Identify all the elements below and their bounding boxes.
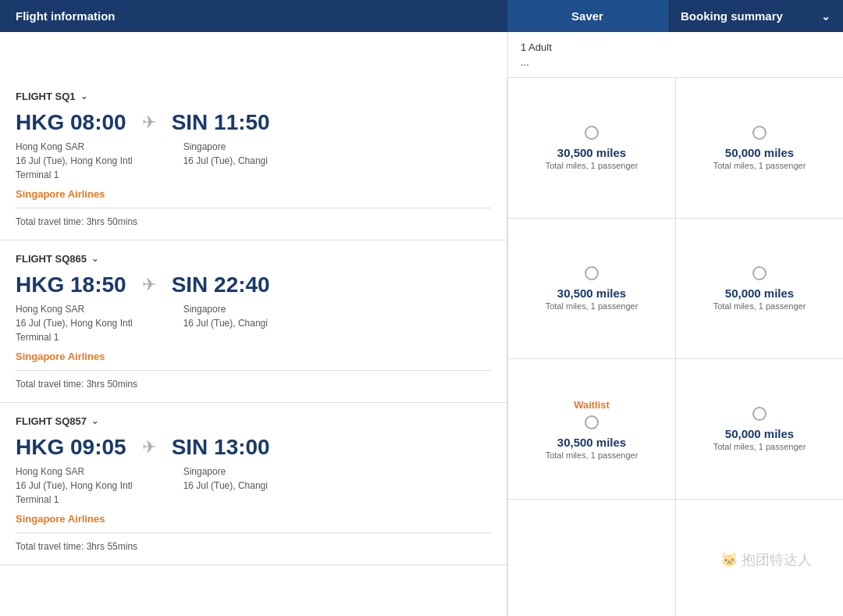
flight-times-sq857: HKG 09:05 ✈ SIN 13:00 bbox=[16, 435, 491, 460]
flight-list: FLIGHT SQ1 ⌄ HKG 08:00 ✈ SIN 11:50 Hong … bbox=[0, 78, 507, 616]
airline-sq1: Singapore Airlines bbox=[16, 188, 491, 200]
spacer bbox=[0, 32, 507, 78]
travel-time-sq865: Total travel time: 3hrs 50mins bbox=[16, 379, 491, 390]
saver-header: Saver bbox=[507, 0, 667, 32]
option-cell-sq857-1[interactable]: Waitlist 30,500 miles Total miles, 1 pas… bbox=[508, 359, 675, 500]
booking-summary-label: Booking summary bbox=[681, 9, 783, 23]
chevron-down-icon: ⌄ bbox=[821, 10, 831, 23]
option-cell-sq857-2[interactable]: 50,000 miles Total miles, 1 passenger bbox=[676, 359, 843, 500]
flight-id-sq1[interactable]: FLIGHT SQ1 ⌄ bbox=[16, 91, 491, 102]
adult-count: 1 Adult bbox=[521, 41, 831, 53]
radio-sq857-2[interactable] bbox=[752, 407, 767, 421]
page-wrapper: Flight information Saver Booking summary… bbox=[0, 0, 843, 616]
miles-value-sq865-1: 30,500 miles bbox=[557, 287, 626, 300]
flight-info-header: Flight information bbox=[0, 0, 507, 32]
origin-time-sq1: HKG 08:00 bbox=[16, 110, 126, 135]
airline-sq857: Singapore Airlines bbox=[16, 513, 491, 525]
dest-info-sq1: Singapore 16 Jul (Tue), Changi bbox=[183, 140, 268, 168]
miles-value-sq857-1: 30,500 miles bbox=[557, 436, 626, 449]
option-cell-sq865-1[interactable]: 30,500 miles Total miles, 1 passenger bbox=[508, 219, 675, 359]
option-col-1: 30,500 miles Total miles, 1 passenger 30… bbox=[507, 78, 675, 616]
origin-info-sq1: Hong Kong SAR 16 Jul (Tue), Hong Kong In… bbox=[16, 140, 133, 182]
miles-label-sq857-2: Total miles, 1 passenger bbox=[713, 442, 806, 451]
plane-icon-sq857: ✈ bbox=[142, 437, 156, 458]
dest-info-sq857: Singapore 16 Jul (Tue), Changi bbox=[183, 465, 268, 493]
airline-sq865: Singapore Airlines bbox=[16, 351, 491, 362]
flight-times-sq865: HKG 18:50 ✈ SIN 22:40 bbox=[16, 272, 491, 297]
locations-sq1: Hong Kong SAR 16 Jul (Tue), Hong Kong In… bbox=[16, 140, 491, 182]
miles-value-sq1-2: 50,000 miles bbox=[725, 146, 794, 159]
origin-info-sq857: Hong Kong SAR 16 Jul (Tue), Hong Kong In… bbox=[16, 465, 133, 507]
miles-value-sq857-2: 50,000 miles bbox=[725, 427, 794, 440]
miles-label-sq865-2: Total miles, 1 passenger bbox=[713, 301, 806, 311]
booking-summary-header[interactable]: Booking summary ⌄ bbox=[667, 0, 843, 32]
radio-sq1-1[interactable] bbox=[585, 126, 599, 140]
dest-time-sq1: SIN 11:50 bbox=[172, 110, 270, 135]
booking-summary-content: 1 Adult ... bbox=[507, 32, 843, 78]
flight-segment-sq865: FLIGHT SQ865 ⌄ HKG 18:50 ✈ SIN 22:40 Hon… bbox=[0, 240, 507, 403]
radio-sq865-1[interactable] bbox=[585, 266, 599, 280]
chevron-icon-sq1: ⌄ bbox=[80, 91, 87, 101]
chevron-icon-sq857: ⌄ bbox=[91, 416, 98, 426]
locations-sq857: Hong Kong SAR 16 Jul (Tue), Hong Kong In… bbox=[16, 465, 491, 507]
option-cell-sq865-2[interactable]: 50,000 miles Total miles, 1 passenger bbox=[676, 219, 843, 359]
booking-summary-sub-row: 1 Adult ... bbox=[0, 32, 843, 78]
flight-times-sq1: HKG 08:00 ✈ SIN 11:50 bbox=[16, 110, 491, 135]
option-col-2: 50,000 miles Total miles, 1 passenger 50… bbox=[675, 78, 843, 616]
main-content: FLIGHT SQ1 ⌄ HKG 08:00 ✈ SIN 11:50 Hong … bbox=[0, 78, 843, 616]
summary-dots: ... bbox=[521, 56, 831, 68]
header-row: Flight information Saver Booking summary… bbox=[0, 0, 843, 32]
travel-time-sq857: Total travel time: 3hrs 55mins bbox=[16, 541, 491, 552]
flight-segment-sq1: FLIGHT SQ1 ⌄ HKG 08:00 ✈ SIN 11:50 Hong … bbox=[0, 78, 507, 240]
dest-time-sq865: SIN 22:40 bbox=[172, 272, 270, 297]
plane-icon-sq865: ✈ bbox=[142, 275, 156, 295]
locations-sq865: Hong Kong SAR 16 Jul (Tue), Hong Kong In… bbox=[16, 302, 491, 344]
origin-info-sq865: Hong Kong SAR 16 Jul (Tue), Hong Kong In… bbox=[16, 302, 133, 344]
origin-time-sq865: HKG 18:50 bbox=[16, 272, 126, 297]
option-cell-sq1-2[interactable]: 50,000 miles Total miles, 1 passenger bbox=[676, 78, 843, 219]
miles-value-sq865-2: 50,000 miles bbox=[725, 287, 794, 300]
flight-segment-sq857: FLIGHT SQ857 ⌄ HKG 09:05 ✈ SIN 13:00 Hon… bbox=[0, 403, 507, 565]
radio-sq857-1[interactable] bbox=[585, 415, 599, 429]
flight-id-sq857[interactable]: FLIGHT SQ857 ⌄ bbox=[16, 415, 491, 427]
plane-icon-sq1: ✈ bbox=[142, 112, 156, 133]
travel-time-sq1: Total travel time: 3hrs 50mins bbox=[16, 216, 491, 227]
flight-id-sq865[interactable]: FLIGHT SQ865 ⌄ bbox=[16, 253, 491, 265]
miles-label-sq857-1: Total miles, 1 passenger bbox=[546, 450, 638, 460]
option-cell-sq1-1[interactable]: 30,500 miles Total miles, 1 passenger bbox=[508, 78, 675, 219]
option-columns: 30,500 miles Total miles, 1 passenger 30… bbox=[507, 78, 843, 616]
miles-label-sq1-2: Total miles, 1 passenger bbox=[713, 161, 806, 170]
dest-time-sq857: SIN 13:00 bbox=[172, 435, 270, 460]
waitlist-label-sq857-1: Waitlist bbox=[574, 399, 610, 411]
chevron-icon-sq865: ⌄ bbox=[91, 254, 98, 264]
miles-label-sq865-1: Total miles, 1 passenger bbox=[546, 301, 638, 311]
origin-time-sq857: HKG 09:05 bbox=[16, 435, 126, 460]
radio-sq1-2[interactable] bbox=[752, 126, 767, 140]
miles-label-sq1-1: Total miles, 1 passenger bbox=[546, 161, 638, 170]
miles-value-sq1-1: 30,500 miles bbox=[557, 146, 626, 159]
radio-sq865-2[interactable] bbox=[752, 266, 767, 280]
dest-info-sq865: Singapore 16 Jul (Tue), Changi bbox=[183, 302, 268, 330]
